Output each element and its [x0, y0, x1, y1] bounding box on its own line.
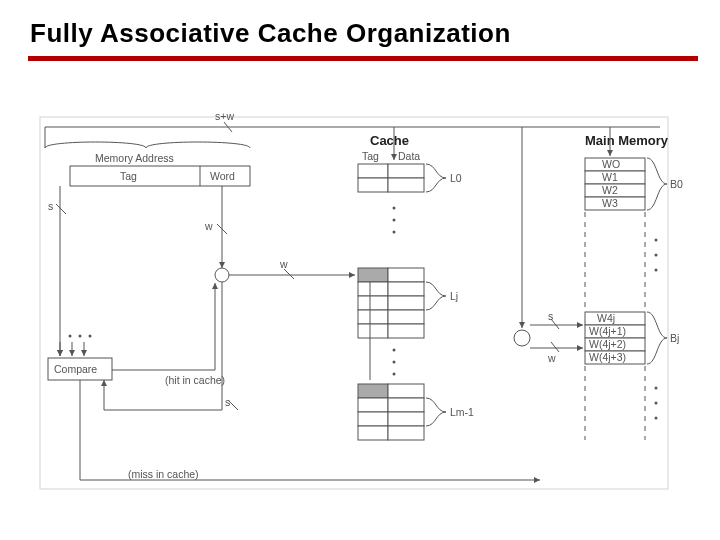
label-L0: L0 [450, 172, 462, 184]
svg-point-24 [393, 373, 396, 376]
mm-W4j: W4j [597, 312, 615, 324]
mm-WO: WO [602, 158, 620, 170]
svg-point-58 [655, 269, 658, 272]
mm-W3: W3 [602, 197, 618, 209]
svg-rect-15 [388, 282, 424, 296]
svg-point-43 [89, 335, 92, 338]
svg-point-57 [655, 254, 658, 257]
svg-rect-32 [388, 426, 424, 440]
title-underline [28, 56, 698, 61]
svg-rect-28 [388, 398, 424, 412]
svg-rect-16 [358, 296, 388, 310]
mm-W4j2: W(4j+2) [589, 338, 626, 350]
svg-point-22 [393, 349, 396, 352]
svg-point-65 [655, 387, 658, 390]
svg-point-67 [655, 417, 658, 420]
svg-point-41 [69, 335, 72, 338]
svg-point-23 [393, 361, 396, 364]
svg-rect-30 [388, 412, 424, 426]
label-hit: (hit in cache) [165, 374, 225, 386]
label-s-plus-w: s+w [215, 110, 234, 122]
label-Lm1: Lm-1 [450, 406, 474, 418]
label-word: Word [210, 170, 235, 182]
slide-title: Fully Associative Cache Organization [30, 18, 511, 49]
label-cache: Cache [370, 133, 409, 148]
svg-rect-31 [358, 426, 388, 440]
svg-rect-26 [388, 384, 424, 398]
svg-rect-5 [358, 164, 388, 178]
svg-point-66 [655, 402, 658, 405]
svg-rect-27 [358, 398, 388, 412]
svg-rect-14 [358, 282, 388, 296]
label-B0: B0 [670, 178, 683, 190]
svg-rect-18 [358, 310, 388, 324]
svg-rect-17 [388, 296, 424, 310]
svg-rect-12 [358, 268, 388, 282]
label-cache-data: Data [398, 150, 420, 162]
label-w3: w [547, 352, 556, 364]
node-mm [514, 330, 530, 346]
svg-line-2 [56, 204, 66, 214]
label-Lj: Lj [450, 290, 458, 302]
svg-rect-21 [388, 324, 424, 338]
svg-rect-13 [388, 268, 424, 282]
svg-rect-19 [388, 310, 424, 324]
svg-rect-20 [358, 324, 388, 338]
diagram: s+w Memory Address Tag Word s w w Cache … [0, 80, 720, 540]
label-cache-tag: Tag [362, 150, 379, 162]
mm-W4j3: W(4j+3) [589, 351, 626, 363]
label-main-memory: Main Memory [585, 133, 669, 148]
label-Bj: Bj [670, 332, 679, 344]
svg-rect-7 [358, 178, 388, 192]
svg-rect-8 [388, 178, 424, 192]
svg-point-56 [655, 239, 658, 242]
brace-addr [45, 142, 250, 148]
svg-point-9 [393, 207, 396, 210]
mm-W1: W1 [602, 171, 618, 183]
label-w1: w [204, 220, 213, 232]
mm-W2: W2 [602, 184, 618, 196]
svg-point-11 [393, 231, 396, 234]
label-compare: Compare [54, 363, 97, 375]
svg-rect-29 [358, 412, 388, 426]
svg-point-10 [393, 219, 396, 222]
svg-line-4 [284, 269, 294, 279]
mm-W4j1: W(4j+1) [589, 325, 626, 337]
label-miss: (miss in cache) [128, 468, 199, 480]
label-mem-addr: Memory Address [95, 152, 174, 164]
svg-line-70 [551, 319, 559, 329]
label-s: s [48, 200, 53, 212]
svg-point-42 [79, 335, 82, 338]
svg-rect-6 [388, 164, 424, 178]
svg-line-72 [551, 342, 559, 352]
node-select [215, 268, 229, 282]
label-tag: Tag [120, 170, 137, 182]
label-w2: w [279, 258, 288, 270]
svg-rect-25 [358, 384, 388, 398]
